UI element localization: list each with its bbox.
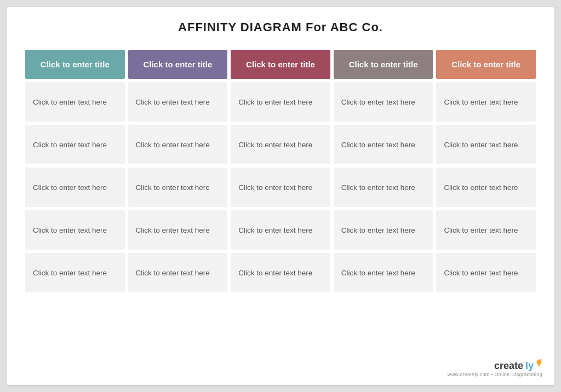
table-body: Click to enter text hereClick to enter t…	[25, 82, 536, 292]
cell-r4-c4[interactable]: Click to enter text here	[334, 210, 433, 250]
creately-logo: creately www.creately.com • Online Diagr…	[448, 360, 542, 377]
cell-r3-c5[interactable]: Click to enter text here	[436, 168, 536, 207]
column-header-5[interactable]: Click to enter title	[436, 50, 536, 79]
cell-r5-c2[interactable]: Click to enter text here	[128, 253, 228, 292]
cell-r5-c3[interactable]: Click to enter text here	[231, 253, 330, 292]
cell-r5-c1[interactable]: Click to enter text here	[25, 253, 125, 292]
table-row: Click to enter text hereClick to enter t…	[25, 82, 536, 122]
page-title: AFFINITY DIAGRAM For ABC Co.	[22, 20, 539, 34]
cell-r3-c3[interactable]: Click to enter text here	[231, 168, 330, 207]
bulb-icon	[536, 359, 542, 367]
cell-r3-c1[interactable]: Click to enter text here	[25, 168, 125, 207]
creately-tagline: www.creately.com • Online Diagramming	[448, 372, 542, 377]
affinity-table: Click to enter titleClick to enter title…	[22, 47, 539, 296]
cell-r4-c3[interactable]: Click to enter text here	[231, 210, 330, 250]
table-row: Click to enter text hereClick to enter t…	[25, 253, 536, 292]
cell-r4-c5[interactable]: Click to enter text here	[436, 210, 536, 250]
column-header-3[interactable]: Click to enter title	[231, 50, 330, 79]
cell-r2-c4[interactable]: Click to enter text here	[334, 125, 433, 164]
cell-r4-c2[interactable]: Click to enter text here	[128, 210, 228, 250]
svg-rect-1	[538, 364, 540, 365]
table-row: Click to enter text hereClick to enter t…	[25, 125, 536, 164]
table-row: Click to enter text hereClick to enter t…	[25, 168, 536, 207]
cell-r3-c4[interactable]: Click to enter text here	[334, 168, 433, 207]
creately-text-create: create	[494, 360, 523, 372]
cell-r1-c5[interactable]: Click to enter text here	[436, 82, 536, 122]
cell-r1-c2[interactable]: Click to enter text here	[128, 82, 228, 122]
cell-r1-c1[interactable]: Click to enter text here	[25, 82, 125, 122]
cell-r2-c2[interactable]: Click to enter text here	[128, 125, 228, 164]
cell-r2-c3[interactable]: Click to enter text here	[231, 125, 330, 164]
column-header-4[interactable]: Click to enter title	[334, 50, 433, 79]
table-row: Click to enter text hereClick to enter t…	[25, 210, 536, 250]
affinity-diagram-page: AFFINITY DIAGRAM For ABC Co. Click to en…	[7, 7, 554, 385]
cell-r2-c5[interactable]: Click to enter text here	[436, 125, 536, 164]
creately-text-ly: ly	[525, 360, 534, 372]
svg-point-3	[540, 359, 542, 360]
cell-r2-c1[interactable]: Click to enter text here	[25, 125, 125, 164]
cell-r3-c2[interactable]: Click to enter text here	[128, 168, 228, 207]
cell-r5-c5[interactable]: Click to enter text here	[436, 253, 536, 292]
cell-r1-c3[interactable]: Click to enter text here	[231, 82, 330, 122]
cell-r4-c1[interactable]: Click to enter text here	[25, 210, 125, 250]
cell-r5-c4[interactable]: Click to enter text here	[334, 253, 433, 292]
creately-brand: creately	[494, 360, 542, 372]
header-row: Click to enter titleClick to enter title…	[25, 50, 536, 79]
column-header-1[interactable]: Click to enter title	[25, 50, 125, 79]
svg-rect-2	[538, 365, 540, 366]
cell-r1-c4[interactable]: Click to enter text here	[334, 82, 433, 122]
column-header-2[interactable]: Click to enter title	[128, 50, 228, 79]
